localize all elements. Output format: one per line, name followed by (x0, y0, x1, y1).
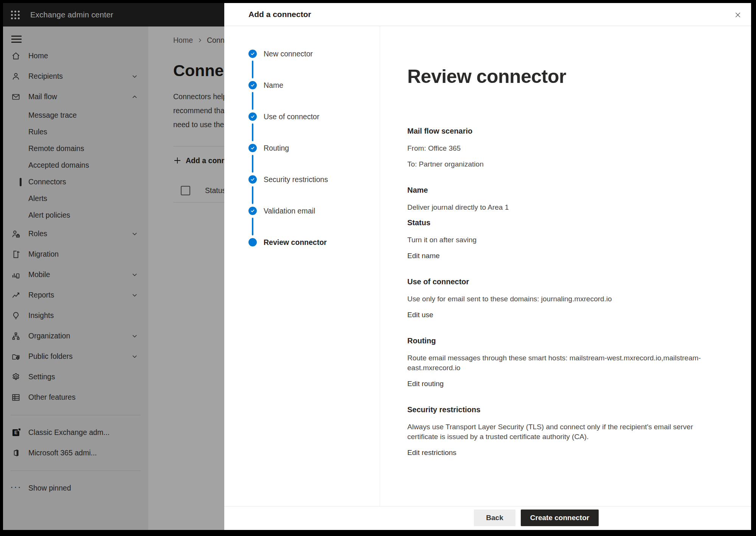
connector-name-value: Deliver journal directly to Area 1 (407, 203, 740, 212)
dialog-header: Add a connector (224, 3, 751, 26)
screen: Exchange admin center Home Recipients (0, 0, 756, 536)
wizard-steps-panel: New connector Name Use of connector (224, 26, 380, 506)
dialog-footer: Back Create connector (224, 506, 751, 530)
step-label: Review connector (264, 238, 327, 247)
section-security-restrictions: Security restrictions Always use Transpo… (407, 405, 740, 458)
routing-value-line: Route email messages through these smart… (407, 353, 740, 363)
edit-use-link[interactable]: Edit use (407, 310, 433, 320)
dialog-body: New connector Name Use of connector (224, 26, 751, 506)
edit-restrictions-link[interactable]: Edit restrictions (407, 448, 456, 458)
mail-flow-from: From: Office 365 (407, 143, 740, 153)
step-label: Routing (264, 144, 289, 153)
use-of-connector-value: Use only for email sent to these domains… (407, 294, 740, 304)
security-value-line: certificate is issued by a trusted certi… (407, 432, 740, 442)
wizard-step-review-connector[interactable]: Review connector (248, 238, 380, 270)
wizard-step-name[interactable]: Name (248, 81, 380, 112)
review-heading: Review connector (407, 65, 740, 87)
step-complete-icon (248, 207, 257, 215)
section-heading: Mail flow scenario (407, 127, 740, 136)
wizard-step-validation-email[interactable]: Validation email (248, 207, 380, 238)
step-label: New connector (264, 50, 313, 58)
connector-status-value: Turn it on after saving (407, 235, 740, 245)
create-connector-button[interactable]: Create connector (521, 510, 599, 526)
wizard-step-use-of-connector[interactable]: Use of connector (248, 112, 380, 144)
edit-name-link[interactable]: Edit name (407, 251, 440, 261)
section-routing: Routing Route email messages through the… (407, 337, 740, 389)
dialog-title: Add a connector (248, 10, 311, 19)
wizard-step-new-connector[interactable]: New connector (248, 50, 380, 81)
wizard-step-routing[interactable]: Routing (248, 144, 380, 175)
section-heading: Routing (407, 337, 740, 345)
step-complete-icon (248, 144, 257, 152)
exchange-admin-center-app: Exchange admin center Home Recipients (3, 3, 751, 530)
section-heading: Status (407, 218, 740, 227)
step-current-icon (248, 238, 257, 246)
step-label: Use of connector (264, 112, 319, 121)
section-heading: Security restrictions (407, 405, 740, 414)
step-label: Security restrictions (264, 175, 328, 184)
mail-flow-to: To: Partner organization (407, 159, 740, 169)
step-label: Name (264, 81, 283, 90)
add-connector-dialog: Add a connector New connector (224, 3, 751, 530)
review-panel: Review connector Mail flow scenario From… (380, 26, 751, 506)
step-complete-icon (248, 175, 257, 184)
section-heading: Name (407, 186, 740, 195)
section-mail-flow-scenario: Mail flow scenario From: Office 365 To: … (407, 127, 740, 169)
edit-routing-link[interactable]: Edit routing (407, 379, 444, 389)
close-icon[interactable] (732, 9, 744, 20)
step-complete-icon (248, 50, 257, 58)
section-name-status: Name Deliver journal directly to Area 1 … (407, 186, 740, 261)
security-value-line: Always use Transport Layer Security (TLS… (407, 422, 740, 432)
step-complete-icon (248, 112, 257, 121)
section-heading: Use of connector (407, 277, 740, 286)
step-complete-icon (248, 81, 257, 89)
wizard-step-security-restrictions[interactable]: Security restrictions (248, 175, 380, 207)
routing-value-line: east.mxrecord.io (407, 363, 740, 373)
back-button[interactable]: Back (474, 510, 515, 526)
step-label: Validation email (264, 207, 315, 215)
section-use-of-connector: Use of connector Use only for email sent… (407, 277, 740, 320)
